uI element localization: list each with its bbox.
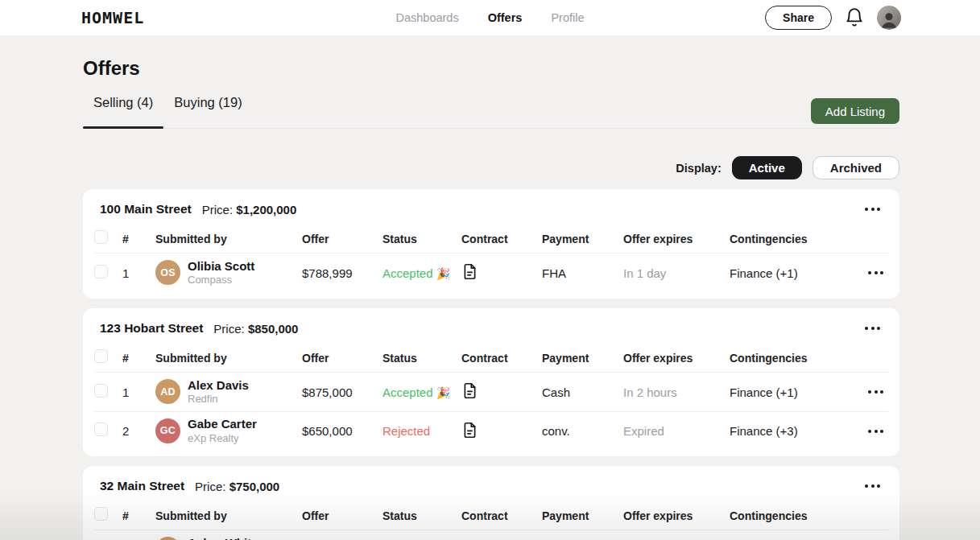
price-label: Price: xyxy=(195,480,225,493)
payment-type: Cash xyxy=(542,385,623,399)
top-bar: HOMWEL Dashboards Offers Profile Share xyxy=(0,0,980,35)
price-label: Price: xyxy=(213,322,244,336)
agent-agency: eXp Realty xyxy=(188,432,257,446)
tabs: Selling (4) Buying (19) xyxy=(83,85,253,128)
card-menu-button[interactable] xyxy=(863,480,882,493)
row-menu-button[interactable] xyxy=(866,425,885,438)
offers-page: Offers Selling (4) Buying (19) Add Listi… xyxy=(0,56,980,540)
status-badge: Accepted 🎉 xyxy=(382,266,450,280)
row-menu-button[interactable] xyxy=(866,266,885,279)
card-menu-button[interactable] xyxy=(863,203,882,216)
agent-initials: GC xyxy=(160,425,176,436)
price-value: $850,000 xyxy=(248,322,299,336)
status-badge: Accepted 🎉 xyxy=(382,385,450,399)
col-number: # xyxy=(122,352,155,365)
submitted-by-cell: AD Alex DavisRedfin xyxy=(155,377,302,406)
col-offer: Offer xyxy=(302,509,382,522)
row-checkbox[interactable] xyxy=(94,423,108,436)
listing-card-32-main: 32 Main Street Price: $750,000 # Submitt… xyxy=(83,466,899,540)
col-status: Status xyxy=(382,509,461,522)
listing-card-header: 123 Hobart Street Price: $850,000 xyxy=(94,321,888,336)
agent-name: Olibia Scott xyxy=(188,258,254,274)
col-offer-expires: Offer expires xyxy=(623,233,730,245)
select-all-checkbox[interactable] xyxy=(94,349,108,363)
col-status: Status xyxy=(382,352,461,365)
table-header-row: # Submitted by Offer Status Contract Pay… xyxy=(94,501,888,530)
payment-type: FHA xyxy=(542,266,623,280)
table-header-row: # Submitted by Offer Status Contract Pay… xyxy=(94,225,888,254)
status-text: Accepted xyxy=(382,385,433,399)
listing-card-100-main: 100 Main Street Price: $1,200,000 # Subm… xyxy=(83,189,899,299)
select-all-checkbox[interactable] xyxy=(94,230,108,244)
listing-price: Price: $850,000 xyxy=(213,322,298,336)
agent-avatar: GC xyxy=(155,418,180,443)
user-avatar[interactable] xyxy=(877,6,901,30)
brand-logo[interactable]: HOMWEL xyxy=(81,8,144,27)
col-submitted-by: Submitted by xyxy=(155,509,302,522)
listing-card-123-hobart: 123 Hobart Street Price: $850,000 # Subm… xyxy=(83,308,899,456)
display-filter: Display: Active Archived xyxy=(83,156,899,179)
agent-initials: OS xyxy=(160,267,176,278)
main-nav: Dashboards Offers Profile xyxy=(395,11,584,24)
select-all-checkbox[interactable] xyxy=(94,507,108,521)
card-menu-button[interactable] xyxy=(863,322,882,335)
offer-number: 1 xyxy=(122,385,155,399)
row-checkbox[interactable] xyxy=(94,384,108,398)
tabs-row: Selling (4) Buying (19) Add Listing xyxy=(83,85,899,129)
agent-avatar: OS xyxy=(155,260,180,285)
offer-number: 2 xyxy=(122,424,155,438)
col-offer-expires: Offer expires xyxy=(623,509,730,522)
listing-card-header: 32 Main Street Price: $750,000 xyxy=(94,479,888,493)
contingencies: Finance (+1) xyxy=(730,266,859,280)
col-submitted-by: Submitted by xyxy=(155,352,302,365)
offer-row: 1 OS Olibia ScottCompass $788,999 Accept… xyxy=(94,254,888,292)
agent-avatar: AD xyxy=(155,379,180,404)
top-actions: Share xyxy=(765,6,901,30)
listing-price: Price: $750,000 xyxy=(195,480,279,493)
notification-bell-icon[interactable] xyxy=(844,7,865,28)
display-label: Display: xyxy=(676,162,721,175)
contract-document-icon[interactable] xyxy=(461,422,478,439)
tab-buying[interactable]: Buying (19) xyxy=(163,85,252,128)
filter-active-button[interactable]: Active xyxy=(732,156,802,179)
contract-document-icon[interactable] xyxy=(461,263,478,280)
col-contract: Contract xyxy=(461,352,542,365)
col-offer: Offer xyxy=(302,352,382,365)
party-emoji: 🎉 xyxy=(436,267,450,280)
col-contingencies: Contingencies xyxy=(730,509,859,522)
nav-dashboards[interactable]: Dashboards xyxy=(395,11,458,24)
col-submitted-by: Submitted by xyxy=(155,233,302,245)
col-status: Status xyxy=(382,233,461,245)
table-header-row: # Submitted by Offer Status Contract Pay… xyxy=(94,344,888,373)
submitted-by-cell: GC Gabe CartereXp Realty xyxy=(155,416,302,445)
col-contract: Contract xyxy=(461,233,542,245)
offer-amount: $788,999 xyxy=(302,266,382,280)
col-offer: Offer xyxy=(302,233,382,245)
price-value: $750,000 xyxy=(229,480,280,493)
contingencies: Finance (+3) xyxy=(730,424,859,438)
col-payment: Payment xyxy=(542,233,623,245)
col-number: # xyxy=(122,233,155,245)
col-payment: Payment xyxy=(542,352,623,365)
offer-expires: In 1 day xyxy=(623,266,730,280)
agent-initials: AD xyxy=(160,386,176,398)
contract-document-icon[interactable] xyxy=(461,382,478,399)
nav-offers[interactable]: Offers xyxy=(488,11,523,24)
row-menu-button[interactable] xyxy=(866,385,885,398)
agent-name: Asher White xyxy=(188,535,258,540)
share-button[interactable]: Share xyxy=(765,6,832,30)
filter-archived-button[interactable]: Archived xyxy=(813,156,899,179)
tab-selling[interactable]: Selling (4) xyxy=(83,85,163,128)
price-label: Price: xyxy=(202,203,233,216)
agent-name: Alex Davis xyxy=(188,377,249,394)
agent-name: Gabe Carter xyxy=(188,416,257,432)
col-contingencies: Contingencies xyxy=(730,352,859,365)
row-checkbox[interactable] xyxy=(94,265,108,278)
col-contract: Contract xyxy=(461,509,542,522)
offer-amount: $650,000 xyxy=(302,424,382,438)
add-listing-button[interactable]: Add Listing xyxy=(811,98,899,124)
offer-row: 1 AW Asher WhiteCentury 21 $750,000 Reje… xyxy=(94,530,888,540)
col-contingencies: Contingencies xyxy=(730,233,859,245)
nav-profile[interactable]: Profile xyxy=(551,11,584,24)
col-offer-expires: Offer expires xyxy=(623,352,730,365)
